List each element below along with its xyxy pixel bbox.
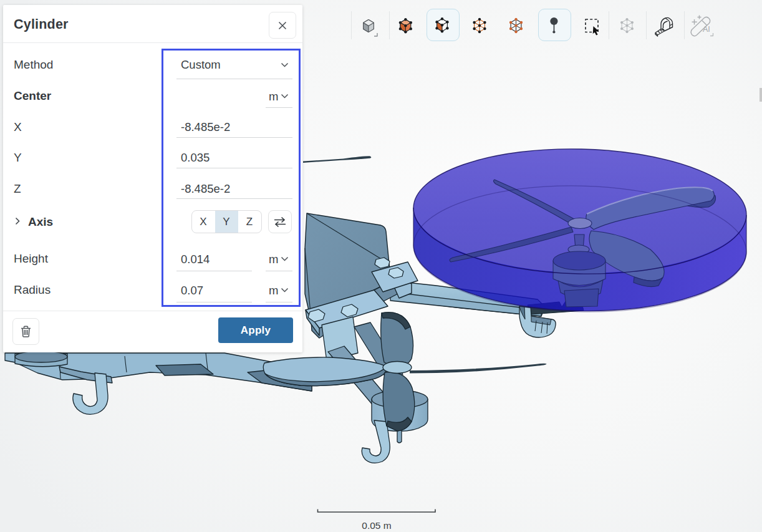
svg-text:0.05 m: 0.05 m [362,520,391,531]
svg-text:AI: AI [703,25,710,34]
